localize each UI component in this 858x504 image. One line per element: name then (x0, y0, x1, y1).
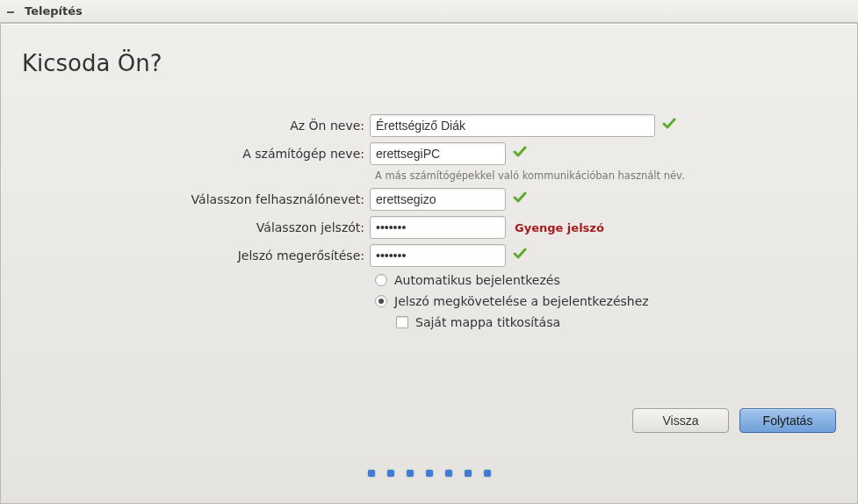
progress-dot (445, 470, 452, 477)
row-confirm: Jelszó megerősítése: (1, 241, 857, 270)
window-title: Telepítés (25, 4, 83, 18)
page-title: Kicsoda Ön? (1, 24, 857, 76)
progress-dots (368, 470, 491, 477)
input-confirm[interactable] (370, 244, 506, 267)
radio-icon (375, 295, 387, 307)
check-icon (513, 191, 527, 208)
checkbox-icon (396, 316, 408, 328)
progress-dot (387, 470, 394, 477)
progress-dot (426, 470, 433, 477)
row-password: Válasszon jelszót: Gyenge jelszó (1, 213, 857, 241)
row-computer: A számítógép neve: (1, 140, 857, 168)
continue-button[interactable]: Folytatás (739, 408, 836, 433)
input-username[interactable] (370, 188, 506, 211)
progress-dot (465, 470, 472, 477)
help-computer: A más számítógépekkel való kommunikációb… (375, 168, 857, 185)
radio-require-label: Jelszó megkövetelése a bejelentkezéshez (394, 294, 649, 308)
user-setup-form: Az Ön neve: A számítógép neve: A más szá… (1, 112, 857, 333)
label-confirm: Jelszó megerősítése: (1, 248, 370, 263)
installer-content: Kicsoda Ön? Az Ön neve: A számítógép nev… (0, 23, 858, 504)
progress-dot (368, 470, 375, 477)
radio-auto-login[interactable]: Automatikus bejelentkezés (375, 270, 857, 291)
label-computer: A számítógép neve: (1, 147, 370, 161)
input-name[interactable] (370, 114, 655, 137)
progress-dot (484, 470, 491, 477)
row-username: Válasszon felhasználónevet: (1, 185, 857, 213)
password-strength: Gyenge jelszó (515, 221, 604, 234)
minimize-icon[interactable] (7, 7, 16, 16)
input-password[interactable] (370, 216, 506, 239)
label-username: Válasszon felhasználónevet: (1, 192, 370, 206)
check-icon (513, 247, 527, 264)
row-name: Az Ön neve: (1, 112, 857, 140)
progress-dot (407, 470, 414, 477)
radio-require-password[interactable]: Jelszó megkövetelése a bejelentkezéshez (375, 291, 857, 312)
label-name: Az Ön neve: (1, 119, 370, 133)
window-titlebar: Telepítés (0, 0, 858, 23)
radio-auto-label: Automatikus bejelentkezés (394, 273, 560, 287)
radio-icon (375, 274, 387, 286)
input-computer[interactable] (370, 142, 506, 165)
checkbox-encrypt-label: Saját mappa titkosítása (415, 315, 560, 329)
back-button[interactable]: Vissza (632, 408, 729, 433)
check-icon (662, 117, 676, 134)
button-bar: Vissza Folytatás (632, 408, 836, 433)
check-icon (513, 145, 527, 162)
checkbox-encrypt-home[interactable]: Saját mappa titkosítása (396, 312, 857, 333)
label-password: Válasszon jelszót: (1, 220, 370, 234)
